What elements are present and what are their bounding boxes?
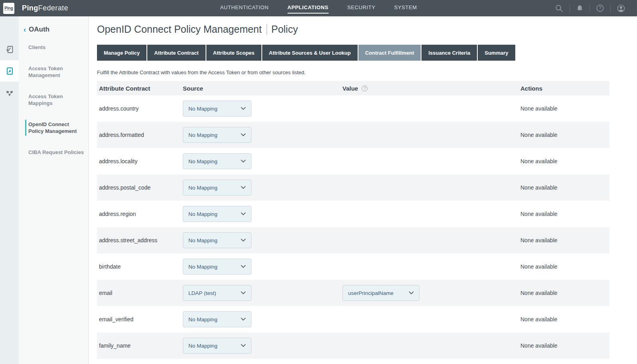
source-dropdown[interactable]: No Mapping <box>183 153 251 169</box>
page-description: Fulfill the Attribute Contract with valu… <box>97 69 637 75</box>
table-row: address.formattedNo MappingNone availabl… <box>97 122 609 148</box>
main-content: OpenID Connect Policy Management Policy … <box>89 16 637 364</box>
page-subtitle: Policy <box>271 24 298 35</box>
attribute-name: address.country <box>97 105 183 112</box>
tab-contract-fulfillment[interactable]: Contract Fulfillment <box>358 45 421 61</box>
chevron-down-icon <box>241 265 246 268</box>
strip-item-applications-icon[interactable] <box>0 60 19 82</box>
source-dropdown[interactable]: No Mapping <box>183 101 251 117</box>
chevron-down-icon <box>241 186 246 189</box>
strip-item-security-icon[interactable] <box>0 82 19 103</box>
attribute-name: address.formatted <box>97 132 183 138</box>
source-dropdown[interactable]: LDAP (test) <box>183 285 251 301</box>
sidebar-back-label: OAuth <box>29 26 49 34</box>
column-attribute-contract: Attribute Contract <box>97 85 183 92</box>
table-row: emailLDAP (test)userPrincipalNameNone av… <box>97 280 609 306</box>
attribute-name: address.region <box>97 211 183 217</box>
account-icon[interactable] <box>611 4 631 13</box>
sidebar-items: ClientsAccess Token ManagementAccess Tok… <box>19 44 89 156</box>
source-dropdown[interactable]: No Mapping <box>183 180 251 196</box>
source-dropdown-value: No Mapping <box>188 185 218 191</box>
table-row: address.localityNo MappingNone available <box>97 148 609 174</box>
table-row: address.street_addressNo MappingNone ava… <box>97 227 609 253</box>
contract-fulfillment-table: Attribute Contract Source Value ? Action… <box>97 81 609 359</box>
authentication-icon <box>5 45 14 54</box>
strip-item-authentication-icon[interactable] <box>0 39 19 60</box>
search-icon[interactable] <box>549 4 570 13</box>
topnav-item-security[interactable]: SECURITY <box>347 3 376 14</box>
source-dropdown-value: No Mapping <box>188 237 218 243</box>
table-row: address.countryNo MappingNone available <box>97 95 609 122</box>
tab-attribute-scopes[interactable]: Attribute Scopes <box>206 45 261 61</box>
source-dropdown-value: No Mapping <box>188 106 218 112</box>
ping-logo[interactable]: Ping <box>3 3 14 14</box>
sidebar-item-openid-connect-policy-management[interactable]: OpenID Connect Policy Management <box>19 121 85 135</box>
source-dropdown-value: No Mapping <box>188 211 218 217</box>
row-actions: None available <box>520 132 609 138</box>
table-header: Attribute Contract Source Value ? Action… <box>97 81 609 95</box>
topnav-item-system[interactable]: SYSTEM <box>394 3 417 14</box>
topnav-item-applications[interactable]: APPLICATIONS <box>287 3 328 14</box>
column-actions: Actions <box>520 85 609 92</box>
value-help-icon[interactable]: ? <box>362 85 368 91</box>
attribute-name: email <box>97 290 183 296</box>
top-bar: Ping PingFederate AUTHENTICATIONAPPLICAT… <box>0 0 637 16</box>
column-source: Source <box>183 85 342 92</box>
attribute-name: address.postal_code <box>97 184 183 191</box>
row-actions: None available <box>520 184 609 191</box>
sidebar-item-ciba-request-policies[interactable]: CIBA Request Policies <box>19 149 85 156</box>
chevron-down-icon <box>241 318 246 321</box>
row-actions: None available <box>520 263 609 270</box>
topnav-item-authentication[interactable]: AUTHENTICATION <box>220 3 269 14</box>
chevron-left-icon: ‹ <box>24 26 26 33</box>
row-actions: None available <box>520 105 609 112</box>
tab-issuance-criteria[interactable]: Issuance Criteria <box>421 45 477 61</box>
source-dropdown[interactable]: No Mapping <box>183 338 251 354</box>
source-dropdown[interactable]: No Mapping <box>183 127 251 143</box>
topbar-icons: ? <box>549 4 631 13</box>
source-dropdown[interactable]: No Mapping <box>183 259 251 275</box>
brand-light: Federate <box>38 4 68 12</box>
source-dropdown-value: No Mapping <box>188 317 218 322</box>
source-dropdown-value: No Mapping <box>188 158 218 164</box>
row-actions: None available <box>520 237 609 243</box>
policy-tabs: Manage PolicyAttribute ContractAttribute… <box>97 45 637 61</box>
attribute-name: email_verified <box>97 316 183 322</box>
sidebar-item-access-token-mappings[interactable]: Access Token Mappings <box>19 93 85 107</box>
sidebar: ‹ OAuth ClientsAccess Token ManagementAc… <box>19 16 89 364</box>
source-dropdown[interactable]: No Mapping <box>183 206 251 222</box>
help-icon[interactable]: ? <box>590 4 610 12</box>
notifications-icon[interactable] <box>570 4 590 12</box>
source-dropdown-value: No Mapping <box>188 264 218 270</box>
tab-manage-policy[interactable]: Manage Policy <box>97 45 146 61</box>
tab-attribute-contract[interactable]: Attribute Contract <box>147 45 205 61</box>
sidebar-item-access-token-management[interactable]: Access Token Management <box>19 65 85 79</box>
tab-summary[interactable]: Summary <box>478 45 515 61</box>
table-row: birthdateNo MappingNone available <box>97 253 609 280</box>
source-dropdown[interactable]: No Mapping <box>183 311 251 327</box>
chevron-down-icon <box>241 107 246 110</box>
pingfederate-console: Ping PingFederate AUTHENTICATIONAPPLICAT… <box>0 0 637 364</box>
source-dropdown-value: No Mapping <box>188 343 218 349</box>
svg-text:?: ? <box>599 6 601 10</box>
chevron-down-icon <box>241 291 246 295</box>
row-actions: None available <box>520 211 609 217</box>
source-dropdown[interactable]: No Mapping <box>183 232 251 248</box>
tab-attribute-sources-user-lookup[interactable]: Attribute Sources & User Lookup <box>262 45 358 61</box>
sidebar-item-clients[interactable]: Clients <box>19 44 85 51</box>
chevron-down-icon <box>409 291 414 295</box>
source-dropdown-value: No Mapping <box>188 132 218 138</box>
table-row: address.postal_codeNo MappingNone availa… <box>97 174 609 201</box>
sidebar-back-oauth[interactable]: ‹ OAuth <box>24 26 89 34</box>
value-dropdown[interactable]: userPrincipalName <box>342 285 419 301</box>
chevron-down-icon <box>241 212 246 216</box>
source-dropdown-value: LDAP (test) <box>188 290 216 296</box>
chevron-down-icon <box>241 133 246 136</box>
brand-title: PingFederate <box>22 4 68 12</box>
table-row: email_verifiedNo MappingNone available <box>97 306 609 332</box>
column-value: Value ? <box>342 85 520 92</box>
row-actions: None available <box>520 158 609 164</box>
table-row: family_nameNo MappingNone available <box>97 332 609 359</box>
title-divider <box>267 24 267 35</box>
chevron-down-icon <box>241 160 246 163</box>
